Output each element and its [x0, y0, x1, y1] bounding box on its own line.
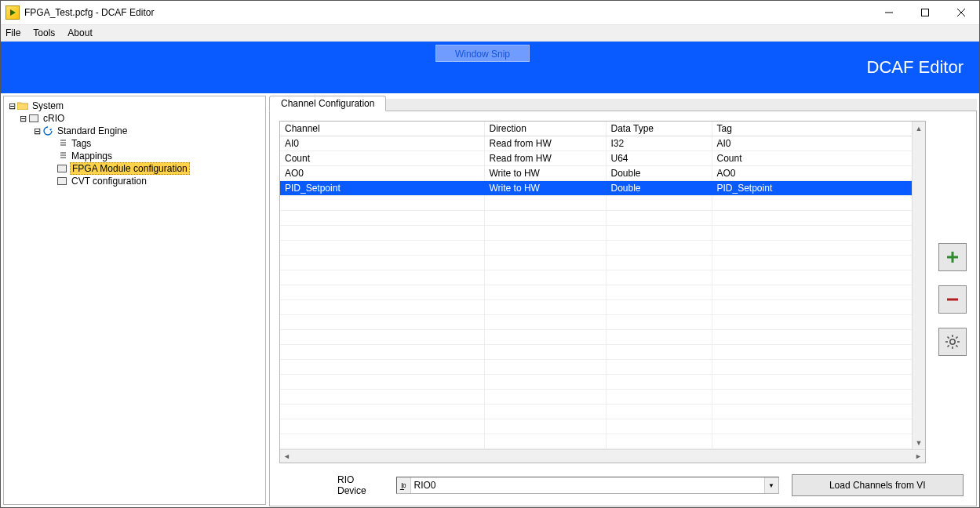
window-title: FPGA_Test.pcfg - DCAF Editor — [24, 7, 154, 18]
tab-channel-configuration[interactable]: Channel Configuration — [269, 96, 386, 111]
collapse-icon[interactable]: ⊟ — [18, 114, 27, 124]
list-icon — [56, 151, 68, 161]
col-header-channel[interactable]: Channel — [280, 122, 484, 136]
collapse-icon[interactable]: ⊟ — [32, 126, 42, 136]
collapse-icon[interactable]: ⊟ — [7, 101, 16, 111]
rio-device-select[interactable]: I̲0 RIO0 ▼ — [396, 477, 779, 494]
table-row[interactable] — [280, 300, 925, 315]
list-icon — [56, 138, 68, 149]
tree-item-fpga[interactable]: FPGA Module configuration — [4, 162, 265, 175]
cell-direction: Read from HW — [484, 136, 606, 151]
table-row[interactable] — [280, 360, 925, 375]
tree-item-cvt[interactable]: CVT configuration — [4, 175, 265, 187]
cell-direction: Write to HW — [484, 166, 606, 181]
table-row[interactable] — [280, 405, 925, 419]
table-row[interactable] — [280, 375, 925, 390]
svg-point-20 — [950, 339, 955, 344]
table-row[interactable] — [280, 345, 925, 360]
scroll-down-icon[interactable]: ▼ — [913, 436, 925, 449]
chevron-down-icon[interactable]: ▼ — [764, 477, 778, 493]
scroll-up-icon[interactable]: ▲ — [913, 122, 925, 135]
tab-strip: Channel Configuration — [269, 96, 977, 111]
plus-icon — [945, 249, 960, 265]
rio-device-value: RIO0 — [411, 480, 764, 491]
svg-marker-0 — [10, 9, 16, 16]
tree-item-mappings[interactable]: Mappings — [4, 150, 265, 162]
table-header-row[interactable]: Channel Direction Data Type Tag — [280, 122, 925, 136]
maximize-button[interactable] — [907, 1, 943, 24]
cell-channel: AI0 — [280, 136, 484, 151]
table-row[interactable]: AO0Write to HWDoubleAO0 — [280, 166, 925, 181]
svg-line-25 — [948, 337, 949, 339]
load-channels-button[interactable]: Load Channels from VI — [792, 474, 964, 496]
table-row[interactable] — [280, 270, 925, 285]
menu-file[interactable]: File — [5, 27, 20, 38]
cell-direction: Write to HW — [484, 181, 606, 196]
cell-channel: PID_Setpoint — [280, 181, 484, 196]
table-row[interactable] — [280, 315, 925, 330]
table-row[interactable] — [280, 330, 925, 345]
module-icon — [56, 176, 68, 187]
device-icon — [27, 113, 40, 124]
cell-datatype: Double — [606, 181, 712, 196]
table-row[interactable] — [280, 241, 925, 256]
remove-button[interactable] — [938, 285, 967, 314]
refresh-icon — [42, 125, 54, 136]
vertical-scrollbar[interactable]: ▲ ▼ — [912, 122, 925, 449]
table-row[interactable] — [280, 419, 925, 434]
tree-item-system[interactable]: ⊟ System — [4, 100, 265, 112]
banner-title: DCAF Editor — [867, 57, 964, 78]
tree-item-engine[interactable]: ⊟ Standard Engine — [4, 125, 265, 137]
table-row[interactable] — [280, 285, 925, 300]
menu-tools[interactable]: Tools — [33, 27, 55, 38]
cell-tag: AI0 — [712, 136, 925, 151]
rio-device-label: RIO Device — [337, 474, 384, 496]
col-header-direction[interactable]: Direction — [484, 122, 606, 136]
minimize-button[interactable] — [871, 1, 907, 24]
svg-line-28 — [948, 345, 949, 347]
table-row[interactable]: AI0Read from HWI32AI0 — [280, 136, 925, 151]
svg-rect-2 — [922, 9, 929, 16]
tree-pane: ⊟ System ⊟ cRIO ⊟ Standard Engine Tags M… — [3, 96, 266, 505]
svg-line-27 — [956, 337, 957, 339]
add-button[interactable] — [938, 243, 967, 271]
table-row[interactable] — [280, 226, 925, 241]
cell-channel: AO0 — [280, 166, 484, 181]
table-row[interactable] — [280, 211, 925, 226]
svg-line-26 — [956, 345, 957, 347]
table-row[interactable] — [280, 434, 925, 449]
table-row[interactable]: PID_SetpointWrite to HWDoublePID_Setpoin… — [280, 181, 925, 196]
tree-item-tags[interactable]: Tags — [4, 137, 265, 150]
scroll-left-icon[interactable]: ◄ — [280, 450, 293, 463]
window-snip-overlay: Window Snip — [435, 45, 530, 62]
menu-bar: File Tools About — [1, 24, 979, 42]
table-row[interactable] — [280, 196, 925, 211]
table-row[interactable]: CountRead from HWU64Count — [280, 151, 925, 166]
cell-channel: Count — [280, 151, 484, 166]
col-header-tag[interactable]: Tag — [712, 122, 925, 136]
banner: Window Snip DCAF Editor — [1, 42, 979, 93]
cell-datatype: U64 — [606, 151, 712, 166]
cell-tag: Count — [712, 151, 925, 166]
cell-datatype: Double — [606, 166, 712, 181]
settings-button[interactable] — [938, 328, 967, 356]
cell-tag: PID_Setpoint — [712, 181, 925, 196]
cell-datatype: I32 — [606, 136, 712, 151]
content-pane: Channel Configuration Channel Direction … — [269, 96, 977, 505]
index-stepper-icon[interactable]: I̲0 — [397, 477, 411, 493]
close-button[interactable] — [943, 1, 979, 24]
scroll-right-icon[interactable]: ► — [912, 450, 925, 463]
menu-about[interactable]: About — [67, 27, 92, 38]
horizontal-scrollbar[interactable]: ◄ ► — [280, 449, 925, 463]
module-icon — [56, 163, 68, 174]
minus-icon — [945, 292, 960, 307]
table-row[interactable] — [280, 390, 925, 405]
gear-icon — [945, 334, 960, 350]
col-header-datatype[interactable]: Data Type — [606, 122, 712, 136]
channel-table: Channel Direction Data Type Tag AI0Read … — [279, 121, 926, 463]
cell-direction: Read from HW — [484, 151, 606, 166]
folder-icon — [16, 100, 29, 111]
tree-item-crio[interactable]: ⊟ cRIO — [4, 112, 265, 125]
title-bar: FPGA_Test.pcfg - DCAF Editor — [1, 1, 979, 24]
table-row[interactable] — [280, 256, 925, 270]
